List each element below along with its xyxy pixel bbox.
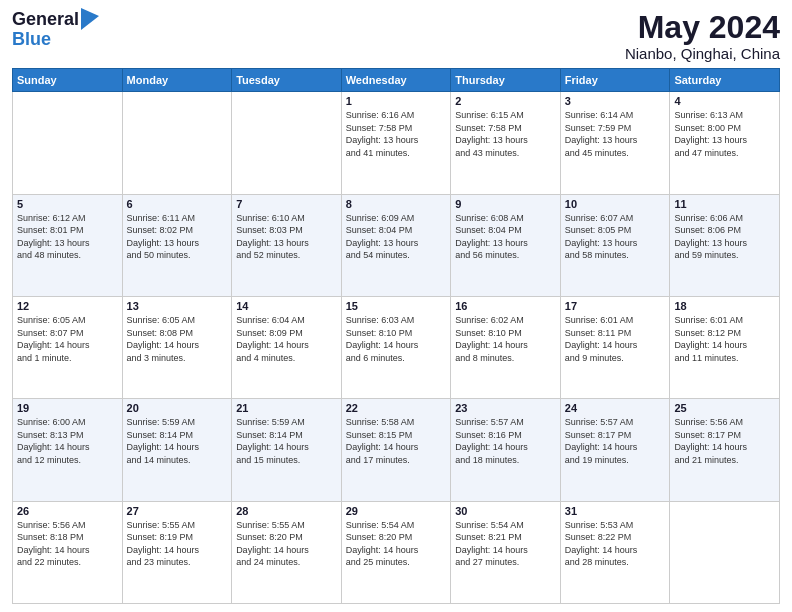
calendar-week-2: 12Sunrise: 6:05 AM Sunset: 8:07 PM Dayli… — [13, 296, 780, 398]
day-number: 7 — [236, 198, 337, 210]
calendar-cell — [670, 501, 780, 603]
header-friday: Friday — [560, 69, 670, 92]
header-saturday: Saturday — [670, 69, 780, 92]
calendar-cell: 14Sunrise: 6:04 AM Sunset: 8:09 PM Dayli… — [232, 296, 342, 398]
day-number: 3 — [565, 95, 666, 107]
day-number: 27 — [127, 505, 228, 517]
calendar-cell: 27Sunrise: 5:55 AM Sunset: 8:19 PM Dayli… — [122, 501, 232, 603]
header-monday: Monday — [122, 69, 232, 92]
day-info: Sunrise: 5:59 AM Sunset: 8:14 PM Dayligh… — [127, 416, 228, 466]
header-thursday: Thursday — [451, 69, 561, 92]
day-info: Sunrise: 6:00 AM Sunset: 8:13 PM Dayligh… — [17, 416, 118, 466]
day-info: Sunrise: 6:12 AM Sunset: 8:01 PM Dayligh… — [17, 212, 118, 262]
calendar-cell: 1Sunrise: 6:16 AM Sunset: 7:58 PM Daylig… — [341, 92, 451, 194]
day-number: 10 — [565, 198, 666, 210]
logo-general: General — [12, 10, 79, 30]
page: General Blue May 2024 Nianbo, Qinghai, C… — [0, 0, 792, 612]
calendar-cell: 18Sunrise: 6:01 AM Sunset: 8:12 PM Dayli… — [670, 296, 780, 398]
day-info: Sunrise: 6:09 AM Sunset: 8:04 PM Dayligh… — [346, 212, 447, 262]
calendar-week-3: 19Sunrise: 6:00 AM Sunset: 8:13 PM Dayli… — [13, 399, 780, 501]
title-block: May 2024 Nianbo, Qinghai, China — [625, 10, 780, 62]
day-info: Sunrise: 5:59 AM Sunset: 8:14 PM Dayligh… — [236, 416, 337, 466]
day-number: 17 — [565, 300, 666, 312]
calendar-cell: 6Sunrise: 6:11 AM Sunset: 8:02 PM Daylig… — [122, 194, 232, 296]
day-info: Sunrise: 6:10 AM Sunset: 8:03 PM Dayligh… — [236, 212, 337, 262]
calendar-cell — [13, 92, 123, 194]
day-number: 16 — [455, 300, 556, 312]
calendar-cell: 17Sunrise: 6:01 AM Sunset: 8:11 PM Dayli… — [560, 296, 670, 398]
day-info: Sunrise: 6:03 AM Sunset: 8:10 PM Dayligh… — [346, 314, 447, 364]
calendar-cell: 16Sunrise: 6:02 AM Sunset: 8:10 PM Dayli… — [451, 296, 561, 398]
calendar-cell: 8Sunrise: 6:09 AM Sunset: 8:04 PM Daylig… — [341, 194, 451, 296]
calendar-cell: 10Sunrise: 6:07 AM Sunset: 8:05 PM Dayli… — [560, 194, 670, 296]
calendar-cell: 31Sunrise: 5:53 AM Sunset: 8:22 PM Dayli… — [560, 501, 670, 603]
header-tuesday: Tuesday — [232, 69, 342, 92]
day-number: 26 — [17, 505, 118, 517]
calendar-cell: 29Sunrise: 5:54 AM Sunset: 8:20 PM Dayli… — [341, 501, 451, 603]
header: General Blue May 2024 Nianbo, Qinghai, C… — [12, 10, 780, 62]
calendar-header-row: Sunday Monday Tuesday Wednesday Thursday… — [13, 69, 780, 92]
calendar-cell: 19Sunrise: 6:00 AM Sunset: 8:13 PM Dayli… — [13, 399, 123, 501]
day-info: Sunrise: 5:53 AM Sunset: 8:22 PM Dayligh… — [565, 519, 666, 569]
calendar-week-4: 26Sunrise: 5:56 AM Sunset: 8:18 PM Dayli… — [13, 501, 780, 603]
calendar-cell: 24Sunrise: 5:57 AM Sunset: 8:17 PM Dayli… — [560, 399, 670, 501]
day-number: 25 — [674, 402, 775, 414]
calendar-cell: 30Sunrise: 5:54 AM Sunset: 8:21 PM Dayli… — [451, 501, 561, 603]
day-info: Sunrise: 6:04 AM Sunset: 8:09 PM Dayligh… — [236, 314, 337, 364]
day-info: Sunrise: 6:16 AM Sunset: 7:58 PM Dayligh… — [346, 109, 447, 159]
calendar-cell: 25Sunrise: 5:56 AM Sunset: 8:17 PM Dayli… — [670, 399, 780, 501]
day-number: 30 — [455, 505, 556, 517]
day-info: Sunrise: 5:56 AM Sunset: 8:17 PM Dayligh… — [674, 416, 775, 466]
day-info: Sunrise: 5:55 AM Sunset: 8:19 PM Dayligh… — [127, 519, 228, 569]
title-location: Nianbo, Qinghai, China — [625, 45, 780, 62]
calendar-cell — [232, 92, 342, 194]
title-month: May 2024 — [625, 10, 780, 45]
day-number: 15 — [346, 300, 447, 312]
day-number: 19 — [17, 402, 118, 414]
day-number: 21 — [236, 402, 337, 414]
day-info: Sunrise: 6:02 AM Sunset: 8:10 PM Dayligh… — [455, 314, 556, 364]
calendar-cell: 4Sunrise: 6:13 AM Sunset: 8:00 PM Daylig… — [670, 92, 780, 194]
day-number: 13 — [127, 300, 228, 312]
calendar-cell: 22Sunrise: 5:58 AM Sunset: 8:15 PM Dayli… — [341, 399, 451, 501]
logo-blue: Blue — [12, 30, 99, 50]
day-info: Sunrise: 6:01 AM Sunset: 8:11 PM Dayligh… — [565, 314, 666, 364]
calendar-week-1: 5Sunrise: 6:12 AM Sunset: 8:01 PM Daylig… — [13, 194, 780, 296]
day-number: 29 — [346, 505, 447, 517]
calendar-cell: 23Sunrise: 5:57 AM Sunset: 8:16 PM Dayli… — [451, 399, 561, 501]
day-number: 11 — [674, 198, 775, 210]
calendar-cell: 15Sunrise: 6:03 AM Sunset: 8:10 PM Dayli… — [341, 296, 451, 398]
calendar-cell: 28Sunrise: 5:55 AM Sunset: 8:20 PM Dayli… — [232, 501, 342, 603]
header-sunday: Sunday — [13, 69, 123, 92]
day-info: Sunrise: 6:07 AM Sunset: 8:05 PM Dayligh… — [565, 212, 666, 262]
day-number: 1 — [346, 95, 447, 107]
day-info: Sunrise: 6:11 AM Sunset: 8:02 PM Dayligh… — [127, 212, 228, 262]
day-info: Sunrise: 6:06 AM Sunset: 8:06 PM Dayligh… — [674, 212, 775, 262]
calendar-cell: 7Sunrise: 6:10 AM Sunset: 8:03 PM Daylig… — [232, 194, 342, 296]
day-info: Sunrise: 6:05 AM Sunset: 8:08 PM Dayligh… — [127, 314, 228, 364]
day-info: Sunrise: 6:05 AM Sunset: 8:07 PM Dayligh… — [17, 314, 118, 364]
day-info: Sunrise: 5:57 AM Sunset: 8:16 PM Dayligh… — [455, 416, 556, 466]
day-number: 6 — [127, 198, 228, 210]
calendar-cell: 26Sunrise: 5:56 AM Sunset: 8:18 PM Dayli… — [13, 501, 123, 603]
logo-text: General Blue — [12, 10, 99, 50]
day-info: Sunrise: 6:13 AM Sunset: 8:00 PM Dayligh… — [674, 109, 775, 159]
day-info: Sunrise: 6:14 AM Sunset: 7:59 PM Dayligh… — [565, 109, 666, 159]
day-number: 28 — [236, 505, 337, 517]
header-wednesday: Wednesday — [341, 69, 451, 92]
day-number: 24 — [565, 402, 666, 414]
calendar-cell: 12Sunrise: 6:05 AM Sunset: 8:07 PM Dayli… — [13, 296, 123, 398]
day-info: Sunrise: 5:57 AM Sunset: 8:17 PM Dayligh… — [565, 416, 666, 466]
day-info: Sunrise: 6:15 AM Sunset: 7:58 PM Dayligh… — [455, 109, 556, 159]
calendar-cell — [122, 92, 232, 194]
logo-icon — [81, 8, 99, 30]
day-info: Sunrise: 5:56 AM Sunset: 8:18 PM Dayligh… — [17, 519, 118, 569]
day-number: 23 — [455, 402, 556, 414]
day-info: Sunrise: 5:55 AM Sunset: 8:20 PM Dayligh… — [236, 519, 337, 569]
day-number: 12 — [17, 300, 118, 312]
day-number: 2 — [455, 95, 556, 107]
day-number: 22 — [346, 402, 447, 414]
day-number: 9 — [455, 198, 556, 210]
day-number: 14 — [236, 300, 337, 312]
day-number: 8 — [346, 198, 447, 210]
